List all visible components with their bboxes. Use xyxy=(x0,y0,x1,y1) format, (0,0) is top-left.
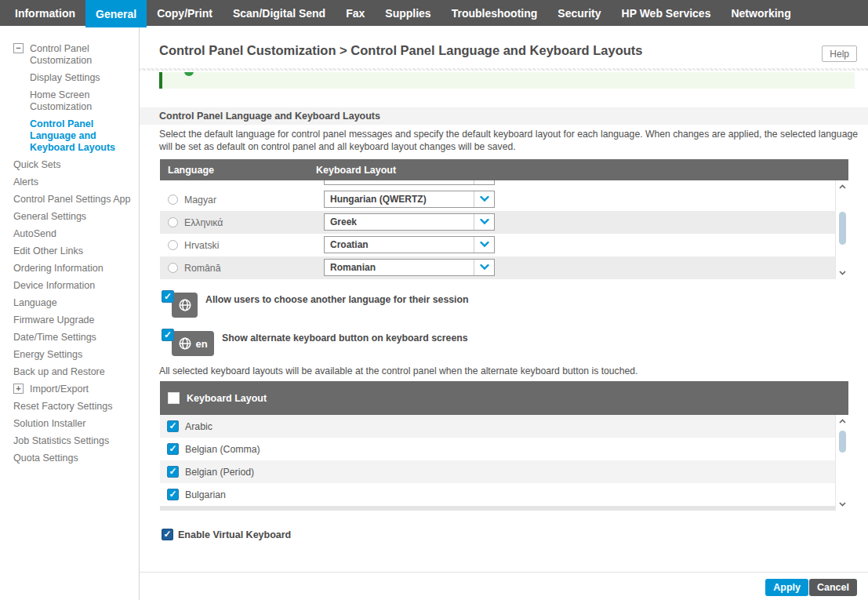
sidebar-item-alerts[interactable]: Alerts xyxy=(0,176,139,188)
language-radio[interactable] xyxy=(168,240,178,250)
section-header: Control Panel Language and Keyboard Layo… xyxy=(140,107,868,125)
keyboard-layout-select[interactable]: Greek xyxy=(324,213,495,231)
sidebar-item-energy-settings[interactable]: Energy Settings xyxy=(0,349,139,361)
keyboard-layout-viewport: ✓ Arabic ✓ Belgian (Comma) ✓ Belgian (Pe… xyxy=(160,415,848,511)
layout-checkbox[interactable]: ✓ xyxy=(167,443,179,455)
sidebar-item-job-statistics-settings[interactable]: Job Statistics Settings xyxy=(0,435,139,447)
success-alert xyxy=(159,72,855,89)
scroll-down-icon[interactable] xyxy=(836,267,848,278)
language-table-header: Language Keyboard Layout xyxy=(160,159,848,180)
alternate-keyboard-checkbox[interactable]: ✓ xyxy=(162,329,174,341)
virtual-keyboard-option: ✓ Enable Virtual Keyboard xyxy=(162,529,291,540)
sidebar-item-firmware-upgrade[interactable]: Firmware Upgrade xyxy=(0,315,139,326)
layout-name: Belgian (Comma) xyxy=(185,444,260,455)
tab-troubleshooting[interactable]: Troubleshooting xyxy=(441,0,548,26)
tab-supplies[interactable]: Supplies xyxy=(375,0,441,26)
table-row: Română Romanian xyxy=(160,256,835,279)
list-item: ✓ Bulgarian xyxy=(160,483,835,506)
sidebar-item-display-settings[interactable]: Display Settings xyxy=(0,72,139,84)
table-row-partial xyxy=(160,180,835,188)
tab-copy-print[interactable]: Copy/Print xyxy=(147,0,223,26)
scroll-down-icon[interactable] xyxy=(836,499,848,510)
column-keyboard-layout: Keyboard Layout xyxy=(187,393,267,404)
layout-checkbox[interactable]: ✓ xyxy=(167,420,179,432)
sidebar-item-edit-other-links[interactable]: Edit Other Links xyxy=(0,245,139,257)
tab-networking[interactable]: Networking xyxy=(721,0,801,26)
language-radio[interactable] xyxy=(168,263,178,273)
footer-divider xyxy=(140,572,868,573)
column-language: Language xyxy=(160,165,316,176)
allow-language-label: Allow users to choose another language f… xyxy=(205,294,469,305)
tab-information[interactable]: Information xyxy=(5,0,85,26)
language-session-button[interactable] xyxy=(172,293,198,318)
sidebar-item-date-time-settings[interactable]: Date/Time Settings xyxy=(0,332,139,344)
scrollbar-thumb[interactable] xyxy=(839,431,846,453)
cancel-button[interactable]: Cancel xyxy=(809,579,857,596)
select-all-checkbox[interactable] xyxy=(168,392,180,404)
language-code-label: en xyxy=(195,338,207,350)
language-name: Ελληνικά xyxy=(184,217,316,228)
sidebar: − Control Panel Customization Display Se… xyxy=(0,26,140,600)
keyboard-layout-table-header: Keyboard Layout xyxy=(160,381,848,415)
apply-button[interactable]: Apply xyxy=(765,579,808,596)
layout-checkbox[interactable]: ✓ xyxy=(167,489,179,500)
sidebar-item-reset-factory-settings[interactable]: Reset Factory Settings xyxy=(0,401,139,413)
sidebar-item-back-up-and-restore[interactable]: Back up and Restore xyxy=(0,366,139,378)
tab-security[interactable]: Security xyxy=(547,0,611,26)
scrollbar-thumb[interactable] xyxy=(839,212,846,245)
list-item: ✓ Arabic xyxy=(160,415,835,438)
tab-general[interactable]: General xyxy=(85,0,147,27)
list-item: ✓ Belgian (Period) xyxy=(160,460,835,483)
keyboard-table-scrollbar[interactable] xyxy=(835,415,848,511)
collapse-icon[interactable]: − xyxy=(13,43,24,53)
table-row: Magyar Hungarian (QWERTZ) xyxy=(160,188,835,211)
sidebar-item-control-panel-settings-app[interactable]: Control Panel Settings App xyxy=(0,194,139,205)
sidebar-item-ordering-information[interactable]: Ordering Information xyxy=(0,263,139,275)
page-title: Control Panel Customization > Control Pa… xyxy=(159,43,643,58)
keyboard-layout-select[interactable]: Hungarian (QWERTZ) xyxy=(324,191,495,208)
table-row: Hrvatski Croatian xyxy=(160,234,835,256)
sidebar-item-quota-settings[interactable]: Quota Settings xyxy=(0,453,139,464)
scroll-up-icon[interactable] xyxy=(836,416,848,427)
language-table: Language Keyboard Layout xyxy=(160,159,848,279)
sidebar-item-general-settings[interactable]: General Settings xyxy=(0,211,139,223)
keyboard-layout-select[interactable]: Romanian xyxy=(324,259,495,276)
keyboard-layout-select[interactable] xyxy=(324,180,495,185)
tab-fax[interactable]: Fax xyxy=(336,0,375,26)
list-item: ✓ Belgian (Comma) xyxy=(160,438,835,460)
language-radio[interactable] xyxy=(168,217,178,227)
sidebar-item-autosend[interactable]: AutoSend xyxy=(0,228,139,240)
language-table-scrollbar[interactable] xyxy=(835,180,848,279)
alternate-keyboard-button[interactable]: en xyxy=(172,331,214,356)
language-name: Hrvatski xyxy=(184,240,316,251)
sidebar-item-import-export[interactable]: + Import/Export xyxy=(0,384,139,395)
virtual-keyboard-label: Enable Virtual Keyboard xyxy=(178,529,291,540)
tab-hp-web-services[interactable]: HP Web Services xyxy=(612,0,721,26)
alternate-keyboard-label: Show alternate keyboard button on keyboa… xyxy=(222,333,468,344)
sidebar-item-language[interactable]: Language xyxy=(0,297,139,309)
sidebar-item-control-panel-customization[interactable]: − Control Panel Customization xyxy=(0,43,139,67)
sidebar-item-control-panel-language[interactable]: Control Panel Language and Keyboard Layo… xyxy=(0,118,139,154)
success-icon xyxy=(184,72,194,76)
help-button[interactable]: Help xyxy=(822,45,857,62)
sidebar-item-home-screen-customization[interactable]: Home Screen Customization xyxy=(0,89,139,113)
table-row: Ελληνικά Greek xyxy=(160,211,835,234)
sidebar-item-device-information[interactable]: Device Information xyxy=(0,280,139,292)
layout-name: Arabic xyxy=(185,421,212,432)
globe-icon xyxy=(178,298,192,312)
globe-icon xyxy=(178,336,192,351)
virtual-keyboard-checkbox[interactable]: ✓ xyxy=(162,529,173,540)
scroll-up-icon[interactable] xyxy=(836,181,848,192)
keyboard-layout-table: Keyboard Layout ✓ Arabic ✓ Belgian (Comm… xyxy=(160,381,848,511)
expand-icon[interactable]: + xyxy=(13,384,24,394)
top-nav: Information General Copy/Print Scan/Digi… xyxy=(0,0,868,26)
chevron-down-icon xyxy=(474,191,494,207)
layout-checkbox[interactable]: ✓ xyxy=(167,466,179,478)
sidebar-item-quick-sets[interactable]: Quick Sets xyxy=(0,159,139,171)
language-radio[interactable] xyxy=(168,195,178,205)
allow-language-checkbox[interactable]: ✓ xyxy=(162,290,174,303)
keyboard-layout-select[interactable]: Croatian xyxy=(324,236,495,253)
sidebar-item-solution-installer[interactable]: Solution Installer xyxy=(0,418,139,430)
main-content: Control Panel Customization > Control Pa… xyxy=(140,26,868,600)
tab-scan-digital-send[interactable]: Scan/Digital Send xyxy=(223,0,336,26)
